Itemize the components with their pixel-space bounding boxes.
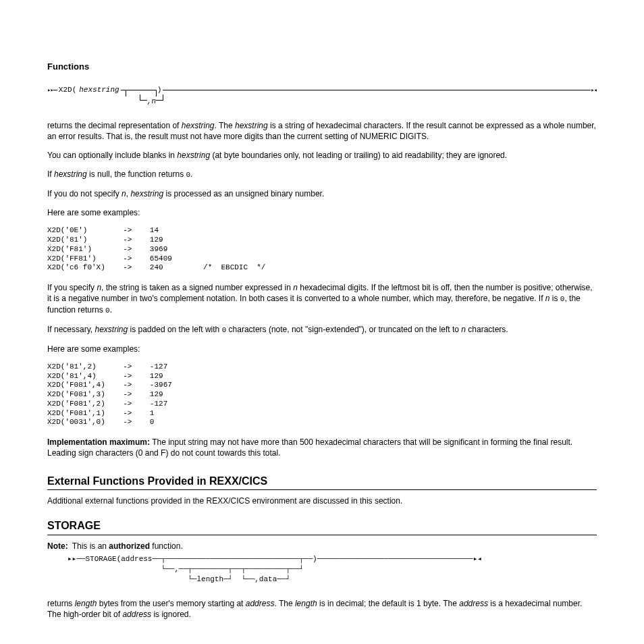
heading-external-functions: External Functions Provided in REXX/CICS [47, 474, 597, 491]
para-storage-returns: returns length bytes from the user's mem… [47, 598, 597, 620]
examples-intro-2: Here are some examples: [47, 344, 597, 354]
example-block-1: X2D('0E') -> 14 X2D('81') -> 129 X2D('F8… [47, 226, 597, 273]
syntax-diagram-storage: ▸▸──STORAGE(address──┬──────────────────… [68, 554, 597, 585]
para-signed: If you specify n, the string is taken as… [47, 282, 597, 316]
note-text: This is an authorized function. [72, 541, 183, 552]
example-block-2: X2D('81',2) -> -127 X2D('81',4) -> 129 X… [47, 363, 597, 427]
heading-storage: STORAGE [47, 518, 597, 535]
examples-intro-1: Here are some examples: [47, 207, 597, 218]
syntax-diagram-x2d: X2D( hexstring ) ,n [47, 85, 597, 108]
para-blanks: You can optionally include blanks in hex… [47, 150, 597, 161]
syntax-opt: ,n [147, 97, 156, 105]
para-external: Additional external functions provided i… [47, 495, 597, 506]
note-label: Note: [47, 541, 68, 552]
page-header: Functions [47, 61, 597, 73]
para-unsigned: If you do not specify n, hexstring is pr… [47, 188, 597, 199]
para-padded: If necessary, hexstring is padded on the… [47, 324, 597, 336]
syntax-arg: hexstring [78, 85, 120, 95]
syntax-func: X2D( [57, 85, 78, 95]
para-impl-max: Implementation maximum: The input string… [47, 437, 597, 458]
para-returns: returns the decimal representation of he… [47, 120, 597, 142]
para-null: If hexstring is null, the function retur… [47, 169, 597, 180]
note-row: Note: This is an authorized function. [47, 541, 597, 552]
